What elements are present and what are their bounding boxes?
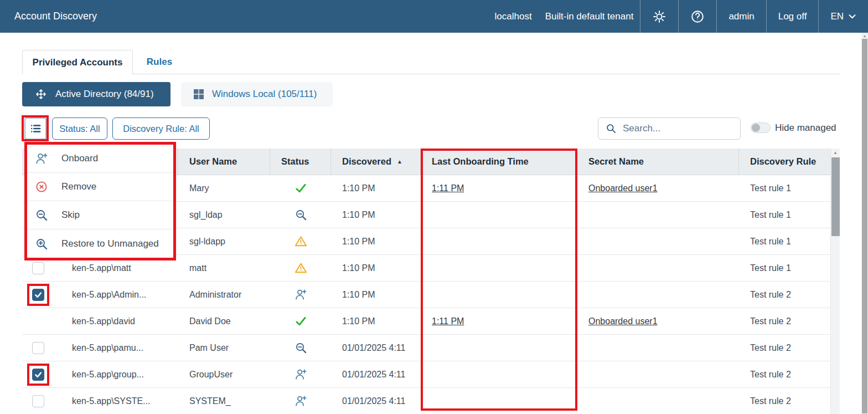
col-header-status[interactable]: Status <box>270 149 331 175</box>
cell-user-name: Mary <box>178 175 270 201</box>
cell-secret-name <box>577 361 739 387</box>
cell-status <box>270 202 331 228</box>
menu-item-onboard[interactable]: Onboard <box>27 145 173 173</box>
page-scrollbar[interactable]: ▲ <box>861 33 868 414</box>
scroll-up-icon[interactable]: ▲ <box>831 149 840 156</box>
logoff-button[interactable]: Log off <box>766 0 819 33</box>
col-header-label: User Name <box>189 156 237 167</box>
secret-name-link[interactable]: Onboarded user1 <box>588 316 658 326</box>
discovery-rule-filter-button[interactable]: Discovery Rule: All <box>112 117 210 140</box>
table-scrollbar[interactable]: ▲ <box>830 149 840 414</box>
cell-discovery-rule: Test rule 2 <box>739 308 830 334</box>
host-label: localhost <box>488 0 539 33</box>
row-checkbox[interactable] <box>32 289 44 301</box>
menu-item-skip[interactable]: Skip <box>27 201 173 229</box>
user-name: sgl-ldapp <box>189 237 225 247</box>
status-filter-label: Status: All <box>59 124 100 134</box>
help-button[interactable] <box>678 0 716 33</box>
discovered-time: 1:10 PM <box>342 237 375 247</box>
row-checkbox[interactable] <box>32 395 44 407</box>
col-header-secret[interactable]: Secret Name <box>577 149 739 175</box>
cell-discovery-rule: Test rule 2 <box>739 282 830 308</box>
status-filter-button[interactable]: Status: All <box>52 117 107 140</box>
secret-name-link[interactable]: Onboarded user1 <box>588 183 658 193</box>
account-name: ken-5.app\david <box>72 316 135 326</box>
language-selector[interactable]: EN <box>818 0 868 33</box>
zoom-minus-icon <box>294 341 307 354</box>
cell-secret-name: Onboarded user1 <box>577 308 739 334</box>
navbar: Account Discovery localhost Built-in def… <box>0 0 868 33</box>
cell-secret-name <box>577 255 739 281</box>
discovery-rule-name: Test rule 2 <box>750 370 791 380</box>
menu-item-label: Skip <box>61 209 80 221</box>
menu-item-remove[interactable]: Remove <box>27 173 173 201</box>
col-header-user[interactable]: User Name <box>178 149 270 175</box>
table-row: ken-5.app\SYSTE...SYSTEM_01/01/2025 4:11… <box>22 388 830 414</box>
cell-discovery-rule: Test rule 1 <box>739 202 830 228</box>
active-directory-button[interactable]: Active Directory (84/91) <box>22 82 170 106</box>
cell-account: ken-5.app\Admin... <box>70 282 178 308</box>
cell-status <box>270 308 331 334</box>
search-box <box>598 117 741 140</box>
hide-managed-label: Hide managed <box>775 122 836 134</box>
cell-user-name: sgl_ldap <box>178 202 270 228</box>
search-input[interactable] <box>622 122 729 135</box>
account-name: ken-5.app\matt <box>72 263 131 273</box>
row-checkbox[interactable] <box>32 262 44 274</box>
checkbox-wrap <box>32 342 44 354</box>
col-header-discovered[interactable]: Discovered▲ <box>331 149 421 175</box>
cell-discovered: 1:10 PM <box>331 308 421 334</box>
discovered-time: 1:10 PM <box>342 183 375 193</box>
cell-user-name: Administrator <box>178 282 270 308</box>
settings-button[interactable] <box>640 0 678 33</box>
row-checkbox[interactable] <box>32 342 44 354</box>
tab-strip-divider <box>22 74 840 74</box>
last-onboarding-link[interactable]: 1:11 PM <box>432 183 464 193</box>
page-scrollbar-thumb[interactable] <box>862 39 867 413</box>
cell-discovery-rule: Test rule 1 <box>739 175 830 201</box>
checkbox-wrap <box>32 262 44 274</box>
cell-last-onboarding <box>421 361 577 387</box>
tab-label: Privileged Accounts <box>33 57 123 68</box>
person-plus-icon <box>294 288 307 301</box>
checkbox-wrap <box>32 289 44 301</box>
last-onboarding-link[interactable]: 1:11 PM <box>432 316 464 326</box>
cell-checkbox <box>22 388 70 414</box>
cell-account: ken-5.app\david <box>70 308 178 334</box>
hide-managed-toggle[interactable] <box>751 122 771 133</box>
scroll-up-icon[interactable]: ▲ <box>861 33 868 38</box>
col-header-label: Last Onboarding Time <box>432 156 529 167</box>
discovered-time: 01/01/2025 4:11 <box>342 396 405 406</box>
check-icon <box>294 182 307 195</box>
cell-user-name: SYSTEM_ <box>178 388 270 414</box>
account-name: ken-5.app\Admin... <box>72 290 146 300</box>
cell-checkbox <box>22 335 70 361</box>
user-menu[interactable]: admin <box>716 0 766 33</box>
cell-secret-name <box>577 228 739 254</box>
discovery-rule-name: Test rule 1 <box>750 183 791 193</box>
cell-discovered: 1:10 PM <box>331 228 421 254</box>
col-header-label: Secret Name <box>588 156 644 167</box>
discovered-time: 1:10 PM <box>342 210 375 220</box>
cell-secret-name <box>577 388 739 414</box>
cell-secret-name <box>577 282 739 308</box>
tab-privileged-accounts[interactable]: Privileged Accounts <box>22 50 133 74</box>
zoom-minus-icon <box>294 208 307 221</box>
cell-status <box>270 228 331 254</box>
tab-rules[interactable]: Rules <box>140 50 179 74</box>
cell-status <box>270 175 331 201</box>
bulk-actions-button[interactable] <box>24 117 46 140</box>
table-row: ken-5.app\Admin...Administrator1:10 PMTe… <box>22 282 830 308</box>
cell-last-onboarding <box>421 335 577 361</box>
person-plus-icon <box>294 395 307 407</box>
user-name: matt <box>189 263 206 273</box>
windows-local-button[interactable]: Windows Local (105/111) <box>181 82 333 106</box>
col-header-last_onboarding[interactable]: Last Onboarding Time <box>421 149 577 175</box>
menu-item-restore-to-unmanaged[interactable]: Restore to Unmanaged <box>27 229 173 258</box>
table-scrollbar-thumb[interactable] <box>831 157 840 236</box>
col-header-rule[interactable]: Discovery Rule <box>739 149 830 175</box>
row-checkbox[interactable] <box>32 369 44 381</box>
cell-user-name: sgl-ldapp <box>178 228 270 254</box>
gear-icon <box>652 9 666 24</box>
cell-user-name: GroupUser <box>178 361 270 387</box>
